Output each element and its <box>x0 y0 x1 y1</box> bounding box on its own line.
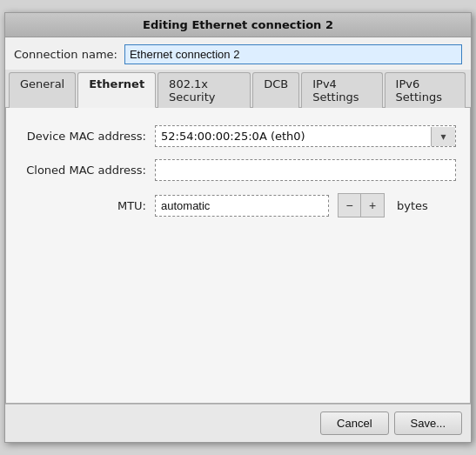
dialog-footer: Cancel Save... <box>5 404 471 442</box>
mtu-label: MTU: <box>20 199 146 212</box>
tab-ipv6[interactable]: IPv6 Settings <box>385 72 466 108</box>
mtu-input[interactable] <box>155 195 329 217</box>
tab-ethernet[interactable]: Ethernet <box>77 72 156 108</box>
save-button[interactable]: Save... <box>394 412 462 435</box>
mtu-unit: bytes <box>397 199 428 212</box>
tab-content-ethernet: Device MAC address: 52:54:00:00:25:0A (e… <box>5 108 471 404</box>
tabs-row: General Ethernet 802.1x Security DCB IPv… <box>5 70 471 108</box>
editing-dialog: Editing Ethernet connection 2 Connection… <box>4 12 472 443</box>
tab-general[interactable]: General <box>9 72 76 108</box>
mtu-increment-button[interactable]: + <box>361 194 384 217</box>
tab-8021x[interactable]: 802.1x Security <box>158 72 251 108</box>
device-mac-row: Device MAC address: 52:54:00:00:25:0A (e… <box>20 125 456 147</box>
connection-name-row: Connection name: <box>5 37 471 70</box>
cloned-mac-input[interactable] <box>155 159 456 181</box>
device-mac-select[interactable]: 52:54:00:00:25:0A (eth0) <box>155 125 456 147</box>
device-mac-value: 52:54:00:00:25:0A (eth0) <box>156 126 431 146</box>
mtu-row: MTU: − + bytes <box>20 193 456 217</box>
connection-name-label: Connection name: <box>14 48 117 61</box>
cloned-mac-row: Cloned MAC address: <box>20 159 456 181</box>
mtu-stepper: − + <box>338 193 385 217</box>
device-mac-dropdown-btn[interactable] <box>431 127 455 146</box>
tab-ipv4[interactable]: IPv4 Settings <box>301 72 382 108</box>
dialog-title: Editing Ethernet connection 2 <box>5 13 471 37</box>
tab-dcb[interactable]: DCB <box>252 72 299 108</box>
mtu-decrement-button[interactable]: − <box>339 194 361 217</box>
cancel-button[interactable]: Cancel <box>320 412 388 435</box>
cloned-mac-label: Cloned MAC address: <box>20 164 146 177</box>
device-mac-label: Device MAC address: <box>20 130 146 143</box>
connection-name-input[interactable] <box>124 44 462 64</box>
